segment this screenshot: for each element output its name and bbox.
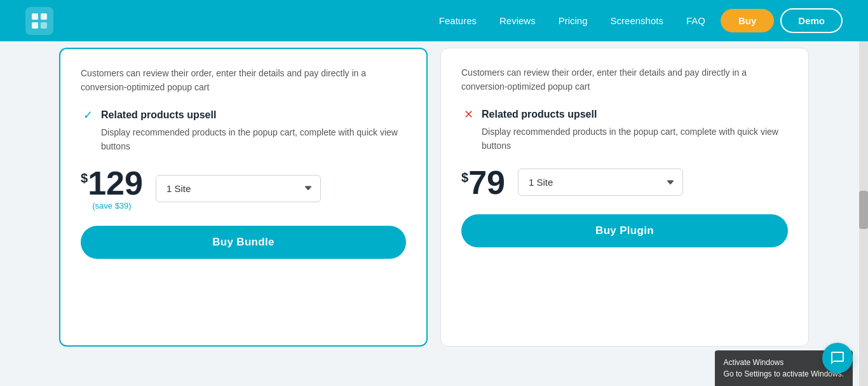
buy-bundle-button[interactable]: Buy Bundle bbox=[81, 226, 406, 259]
svg-rect-2 bbox=[32, 22, 38, 29]
bundle-feature1-title: Related products upsell bbox=[101, 109, 216, 121]
plugin-dollar-sign: $ bbox=[461, 171, 468, 184]
plugin-feature1: ✕ Related products upsell Display recomm… bbox=[461, 107, 788, 153]
nav-features[interactable]: Features bbox=[439, 15, 477, 26]
bundle-price-block: $ 129 (save $39) bbox=[81, 167, 143, 210]
nav-pricing[interactable]: Pricing bbox=[559, 15, 588, 26]
plugin-site-select[interactable]: 1 Site 3 Sites 5 Sites Unlimited bbox=[518, 169, 683, 196]
bundle-price-amount: 129 bbox=[88, 167, 143, 200]
svg-rect-0 bbox=[32, 13, 38, 20]
plugin-popup-cart-text: Customers can review their order, enter … bbox=[461, 66, 788, 93]
chat-bubble-button[interactable] bbox=[822, 343, 853, 373]
plugin-feature1-header: ✕ Related products upsell bbox=[461, 107, 788, 121]
nav-faq[interactable]: FAQ bbox=[686, 15, 705, 26]
plugin-price-main: $ 79 bbox=[461, 166, 505, 199]
plugin-site-select-wrap: 1 Site 3 Sites 5 Sites Unlimited bbox=[518, 169, 683, 196]
bundle-price-main: $ 129 bbox=[81, 167, 143, 200]
svg-rect-3 bbox=[41, 22, 47, 29]
bundle-site-select-wrap: 1 Site 3 Sites 5 Sites Unlimited bbox=[156, 175, 321, 202]
check-icon: ✓ bbox=[81, 108, 95, 122]
windows-notice-line2: Go to Settings to activate Windows. bbox=[724, 368, 844, 380]
navbar-links: Features Reviews Pricing Screenshots FAQ bbox=[439, 15, 705, 26]
plugin-popup-cart-block: Customers can review their order, enter … bbox=[461, 66, 788, 93]
navbar: Features Reviews Pricing Screenshots FAQ… bbox=[0, 0, 868, 41]
plugin-card: Customers can review their order, enter … bbox=[440, 48, 809, 347]
plugin-pricing-row: $ 79 1 Site 3 Sites 5 Sites Unlimited bbox=[461, 166, 788, 199]
bundle-feature1-header: ✓ Related products upsell bbox=[81, 108, 406, 122]
bundle-card: Customers can review their order, enter … bbox=[59, 48, 428, 347]
cross-icon: ✕ bbox=[461, 107, 475, 121]
nav-reviews[interactable]: Reviews bbox=[499, 15, 536, 26]
bundle-feature1: ✓ Related products upsell Display recomm… bbox=[81, 108, 406, 153]
plugin-feature1-desc: Display recommended products in the popu… bbox=[461, 125, 788, 153]
plugin-feature1-title: Related products upsell bbox=[482, 109, 597, 120]
bundle-price-save: (save $39) bbox=[81, 201, 143, 210]
demo-button[interactable]: Demo bbox=[780, 8, 843, 33]
main-content: Customers can review their order, enter … bbox=[0, 41, 868, 378]
bundle-feature1-desc: Display recommended products in the popu… bbox=[81, 126, 406, 153]
bundle-pricing-row: $ 129 (save $39) 1 Site 3 Sites 5 Sites … bbox=[81, 167, 406, 210]
bundle-dollar-sign: $ bbox=[81, 172, 88, 184]
bundle-site-select[interactable]: 1 Site 3 Sites 5 Sites Unlimited bbox=[156, 175, 321, 202]
scrollbar-thumb[interactable] bbox=[859, 191, 868, 229]
scrollbar[interactable] bbox=[859, 0, 868, 386]
logo[interactable] bbox=[25, 7, 53, 35]
bundle-popup-cart-block: Customers can review their order, enter … bbox=[81, 67, 406, 94]
buy-plugin-button[interactable]: Buy Plugin bbox=[461, 214, 788, 247]
plugin-price-amount: 79 bbox=[468, 166, 505, 199]
buy-button[interactable]: Buy bbox=[721, 9, 774, 32]
svg-rect-1 bbox=[41, 13, 47, 20]
plugin-price-block: $ 79 bbox=[461, 166, 505, 199]
chat-icon bbox=[830, 350, 845, 366]
nav-screenshots[interactable]: Screenshots bbox=[611, 15, 663, 26]
bundle-popup-cart-text: Customers can review their order, enter … bbox=[81, 67, 406, 94]
